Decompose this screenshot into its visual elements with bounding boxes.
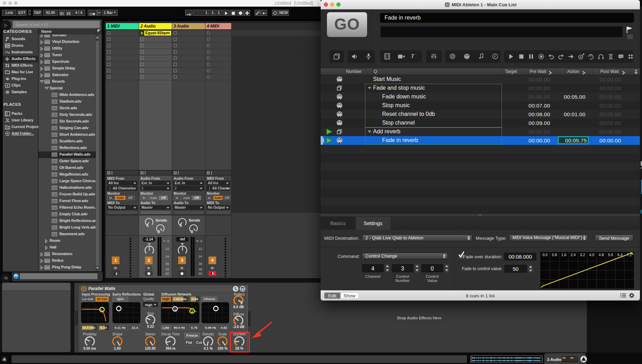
svg-text:1.6: 1.6: [561, 253, 567, 257]
svg-text:4.8: 4.8: [599, 253, 604, 257]
svg-text:4.0: 4.0: [589, 253, 594, 257]
svg-text:0.0: 0.0: [542, 253, 548, 257]
svg-text:1: 1: [174, 307, 176, 311]
svg-text:3.2: 3.2: [580, 253, 585, 257]
svg-text:0.8: 0.8: [552, 253, 557, 257]
svg-text:2: 2: [191, 310, 193, 313]
svg-text:2.4: 2.4: [570, 253, 576, 257]
svg-text:6.4: 6.4: [617, 253, 622, 257]
svg-text:5.6: 5.6: [608, 253, 613, 257]
